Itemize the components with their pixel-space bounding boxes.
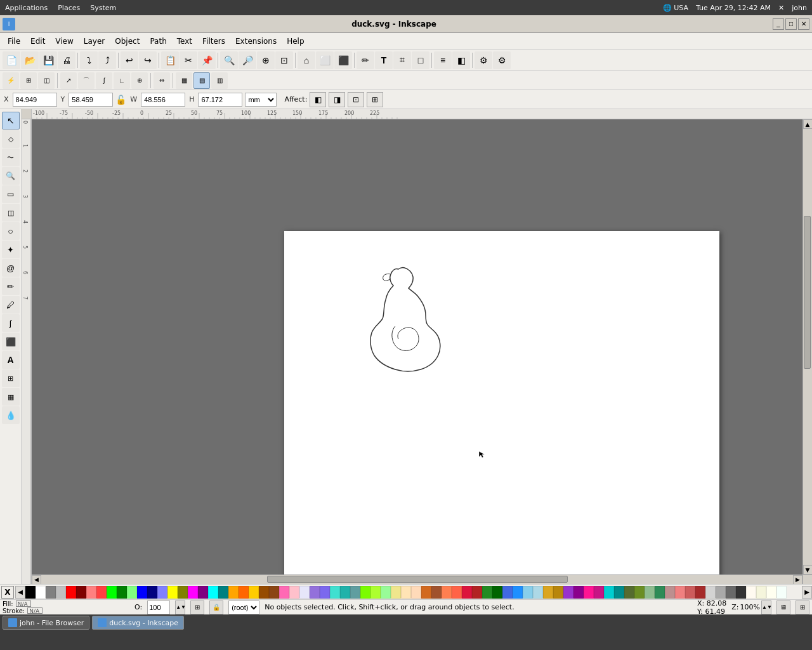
palette-color-swatch[interactable]	[279, 586, 289, 599]
3dbox-tool-btn[interactable]: ◫	[2, 204, 20, 222]
node-handle-btn[interactable]: ⊞	[20, 72, 37, 89]
palette-color-swatch[interactable]	[188, 586, 198, 599]
snap-btn[interactable]: ⚙	[475, 51, 492, 69]
menu-extensions[interactable]: Extensions	[230, 36, 282, 47]
palette-color-swatch[interactable]	[513, 586, 523, 599]
save-button[interactable]: 💾	[39, 51, 57, 69]
palette-color-swatch[interactable]	[208, 586, 218, 599]
node-smooth-btn[interactable]: ∫	[96, 72, 112, 89]
unit-select[interactable]: mm px cm in	[245, 93, 277, 107]
palette-color-swatch[interactable]	[46, 586, 56, 599]
palette-color-swatch[interactable]	[452, 586, 462, 599]
palette-color-swatch[interactable]	[370, 586, 381, 599]
palette-color-swatch[interactable]	[96, 586, 107, 599]
palette-color-swatch[interactable]	[543, 586, 553, 599]
show-outline-btn[interactable]: ◫	[38, 72, 55, 89]
palette-color-swatch[interactable]	[391, 586, 401, 599]
gradient-tool-btn[interactable]: ▦	[2, 388, 20, 406]
palette-color-swatch[interactable]	[442, 586, 452, 599]
palette-color-swatch[interactable]	[117, 586, 127, 599]
fill-swatch[interactable]: N/A	[16, 600, 31, 607]
zoom-out-button[interactable]: 🔎	[239, 51, 256, 69]
grid-toggle-btn2[interactable]: ▤	[193, 72, 210, 89]
palette-color-swatch[interactable]	[675, 586, 685, 599]
gradient-tool-btn2[interactable]: ⌗	[393, 51, 411, 69]
undo-button[interactable]: ↩	[121, 51, 138, 69]
palette-color-swatch[interactable]	[604, 586, 614, 599]
node-corner-btn[interactable]: ∟	[114, 72, 130, 89]
xml-editor-btn[interactable]: ≡	[434, 51, 452, 69]
zoom-in-button[interactable]: 🔍	[220, 51, 238, 69]
palette-color-swatch[interactable]	[705, 586, 716, 599]
palette-color-swatch[interactable]	[421, 586, 431, 599]
zoom-fit-button[interactable]: ⊕	[257, 51, 275, 69]
scroll-right-arrow[interactable]: ▶	[793, 575, 802, 585]
calligraphy-tool-btn[interactable]: ∫	[2, 314, 20, 332]
snap-enable-btn[interactable]: ⚡	[3, 72, 19, 89]
palette-color-swatch[interactable]	[624, 586, 634, 599]
palette-color-swatch[interactable]	[76, 586, 86, 599]
palette-color-swatch[interactable]	[239, 586, 249, 599]
palette-color-swatch[interactable]	[645, 586, 655, 599]
menu-filters[interactable]: Filters	[197, 36, 230, 47]
palette-color-swatch[interactable]	[482, 586, 492, 599]
palette-color-swatch[interactable]	[157, 586, 167, 599]
open-button[interactable]: 📂	[21, 51, 39, 69]
palette-color-swatch[interactable]	[249, 586, 259, 599]
dropper-tool-btn2[interactable]: □	[412, 51, 429, 69]
layer-select[interactable]: (root)	[228, 600, 259, 614]
palette-color-swatch[interactable]	[614, 586, 624, 599]
palette-color-swatch[interactable]	[269, 586, 279, 599]
palette-color-swatch[interactable]	[553, 586, 563, 599]
palette-color-swatch[interactable]	[167, 586, 178, 599]
palette-color-swatch[interactable]	[259, 586, 269, 599]
display-mode-btn[interactable]: 🖥	[776, 600, 790, 614]
import-button[interactable]: ⤵	[80, 51, 98, 69]
palette-color-swatch[interactable]	[86, 586, 96, 599]
pencil-tool-btn[interactable]: ✏	[2, 277, 20, 295]
h-input[interactable]	[198, 93, 242, 107]
tweak-tool-btn[interactable]: 〜	[2, 149, 20, 166]
paintbucket-tool-btn[interactable]: ⬛	[2, 333, 20, 350]
palette-color-swatch[interactable]	[289, 586, 299, 599]
copy-button[interactable]: 📋	[161, 51, 179, 69]
paste-button[interactable]: 📌	[198, 51, 216, 69]
opacity-lock-btn[interactable]: 🔒	[209, 600, 223, 614]
ungroup-button[interactable]: ⬛	[334, 51, 352, 69]
stroke-swatch[interactable]: N/A	[27, 607, 43, 614]
pen-tool-btn[interactable]: 🖊	[2, 296, 20, 314]
palette-color-swatch[interactable]	[127, 586, 137, 599]
node-auto-btn[interactable]: ⊕	[131, 72, 148, 89]
palette-color-swatch[interactable]	[36, 586, 46, 599]
palette-color-swatch[interactable]	[299, 586, 310, 599]
affect-btn-2[interactable]: ◨	[329, 92, 345, 107]
menu-view[interactable]: View	[50, 36, 78, 47]
prefs-btn[interactable]: ⚙	[493, 51, 511, 69]
menu-object[interactable]: Object	[110, 36, 145, 47]
palette-color-swatch[interactable]	[776, 586, 787, 599]
opacity-menu-btn[interactable]: ⊞	[190, 600, 204, 614]
star-tool-btn[interactable]: ✦	[2, 241, 20, 258]
palette-color-swatch[interactable]	[634, 586, 645, 599]
toggle-btn3[interactable]: ▥	[211, 72, 228, 89]
node-curve-btn[interactable]: ⌒	[78, 72, 95, 89]
affect-btn-4[interactable]: ⊞	[367, 92, 383, 107]
palette-color-swatch[interactable]	[563, 586, 573, 599]
palette-color-swatch[interactable]	[594, 586, 604, 599]
affect-btn-3[interactable]: ⊡	[348, 92, 364, 107]
maximize-button[interactable]: □	[785, 18, 797, 30]
minimize-button[interactable]: _	[773, 18, 784, 30]
palette-color-swatch[interactable]	[726, 586, 736, 599]
palette-color-swatch[interactable]	[655, 586, 665, 599]
places-menu[interactable]: Places	[58, 4, 80, 12]
palette-color-swatch[interactable]	[218, 586, 228, 599]
palette-scroll-right[interactable]: ▶	[802, 586, 812, 599]
w-input[interactable]	[141, 93, 185, 107]
palette-color-swatch[interactable]	[746, 586, 756, 599]
palette-color-swatch[interactable]	[228, 586, 239, 599]
v-scrollbar-thumb[interactable]	[804, 216, 811, 368]
system-menu[interactable]: System	[90, 4, 116, 12]
menu-edit[interactable]: Edit	[25, 36, 50, 47]
palette-color-swatch[interactable]	[766, 586, 776, 599]
palette-color-swatch[interactable]	[310, 586, 320, 599]
